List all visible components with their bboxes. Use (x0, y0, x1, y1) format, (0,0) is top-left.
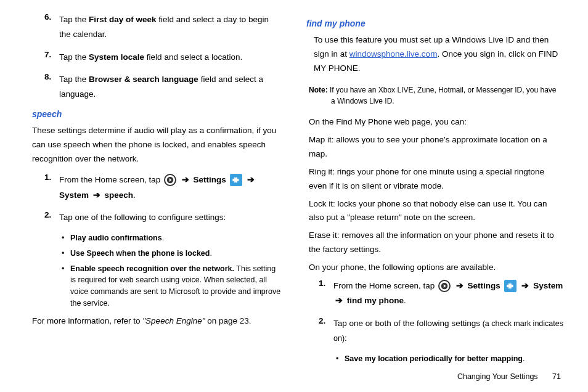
bullet-item: • Enable speech recognition over the net… (62, 263, 282, 309)
note-block: Note: If you have an Xbox LIVE, Zune, Ho… (306, 84, 563, 107)
step-number: 6. (44, 12, 59, 43)
bullet-body: Enable speech recognition over the netwo… (70, 263, 282, 309)
text: . (210, 249, 211, 258)
find-heading: find my phone (306, 18, 563, 28)
find-intro: To use this feature you must set up a Wi… (314, 33, 563, 76)
text: : (345, 333, 347, 343)
bold-text: Play audio confirmations (70, 234, 162, 242)
home-icon (164, 174, 176, 186)
bold-text: System (59, 190, 89, 200)
arrow-icon: ➔ (182, 173, 189, 187)
bullet-icon: • (62, 263, 70, 309)
reference: "Speech Engine" (142, 316, 205, 325)
bullet-body: Play audio confirmations. (70, 232, 164, 244)
step-8: 8. Tap the Browser & search language fie… (25, 72, 282, 102)
step-number: 2. (44, 210, 59, 225)
text: on page 23. (205, 316, 251, 325)
paragraph: On your phone, the following options are… (309, 261, 563, 275)
step-number: 7. (44, 50, 59, 65)
bold-text: find my phone (347, 296, 404, 305)
footer-title: Changing Your Settings (457, 372, 538, 381)
bold-text: Settings (194, 175, 226, 184)
arrow-icon: ➔ (335, 293, 343, 308)
bullet-item: • Save my location periodically for bett… (336, 353, 563, 365)
bold-text: Enable speech recognition over the netwo… (70, 264, 234, 273)
text: From the Home screen, tap (333, 281, 437, 290)
speech-intro: These settings determine if audio will p… (32, 124, 282, 166)
bullet-body: Use Speech when the phone is locked. (70, 248, 212, 259)
arrow-icon: ➔ (456, 279, 463, 293)
bullet-icon: • (62, 248, 70, 259)
note-text: If you have an Xbox LIVE, Zune, Hotmail,… (328, 86, 557, 105)
bold-text: speech (105, 190, 134, 200)
bullet-icon: • (336, 353, 345, 365)
bold-text: System locale (89, 52, 144, 62)
page-footer: Changing Your Settings 71 (306, 372, 563, 381)
text: Tap one or both of the following setting… (333, 319, 483, 328)
text: Tap the (59, 52, 89, 62)
step-number: 1. (44, 173, 59, 203)
paragraph: Map it: allows you to see your phone's a… (309, 133, 563, 161)
text: From the Home screen, tap (59, 175, 163, 184)
text: field and select a location. (144, 52, 242, 62)
left-column: 6. Tap the First day of week field and s… (25, 12, 282, 381)
step-number: 2. (319, 316, 333, 346)
bold-text: First day of week (89, 15, 157, 24)
text: . (523, 354, 525, 363)
step-body: From the Home screen, tap ➔ Settings ➔ S… (59, 173, 282, 203)
manual-page: 6. Tap the First day of week field and s… (25, 12, 563, 381)
bold-text: Use Speech when the phone is locked (70, 249, 210, 258)
speech-heading: speech (32, 109, 282, 119)
text: Tap the (59, 15, 89, 24)
page-number: 71 (552, 372, 561, 381)
arrow-icon: ➔ (521, 279, 529, 293)
bullet-icon: • (62, 232, 70, 244)
text: . (162, 234, 164, 242)
text: For more information, refer to (32, 316, 142, 325)
text: Tap the (59, 75, 89, 84)
bold-text: Save my location periodically for better… (345, 354, 523, 363)
bullet-body: Save my location periodically for better… (345, 353, 525, 365)
bold-text: System (533, 281, 563, 290)
step-body: Tap the Browser & search language field … (59, 72, 282, 102)
link[interactable]: windowsphone.live.com (349, 49, 438, 59)
right-column: find my phone To use this feature you mu… (306, 12, 563, 381)
note-label: Note: (309, 86, 328, 94)
paragraph: Ring it: rings your phone for one minute… (309, 165, 563, 194)
find-step-1: 1. From the Home screen, tap ➔ Settings … (306, 279, 563, 309)
step-body: Tap one of the following to configure se… (59, 210, 226, 225)
step-body: From the Home screen, tap ➔ Settings ➔ S… (333, 279, 563, 309)
arrow-icon: ➔ (247, 173, 255, 187)
speech-step-2: 2. Tap one of the following to configure… (25, 210, 282, 225)
step-number: 8. (44, 72, 59, 102)
gear-icon (504, 280, 517, 292)
step-body: Tap the System locale field and select a… (59, 50, 242, 65)
gear-icon (230, 174, 242, 186)
paragraph: Erase it: removes all the information on… (309, 229, 563, 257)
bold-text: Settings (468, 281, 500, 290)
find-step-2: 2. Tap one or both of the following sett… (306, 316, 563, 346)
step-7: 7. Tap the System locale field and selec… (25, 50, 282, 65)
step-body: Tap the First day of week field and sele… (59, 12, 282, 43)
speech-step-1: 1. From the Home screen, tap ➔ Settings … (25, 173, 282, 203)
step-body: Tap one or both of the following setting… (333, 316, 563, 346)
bullet-item: • Use Speech when the phone is locked. (62, 248, 282, 259)
step-6: 6. Tap the First day of week field and s… (25, 12, 282, 43)
home-icon (438, 280, 451, 292)
paragraph: On the Find My Phone web page, you can: (309, 115, 563, 129)
bullet-item: • Play audio confirmations. (62, 232, 282, 244)
step-number: 1. (319, 279, 333, 309)
paragraph: Lock it: locks your phone so that nobody… (309, 197, 563, 226)
bold-text: Browser & search language (89, 75, 198, 84)
more-info: For more information, refer to "Speech E… (32, 314, 282, 329)
arrow-icon: ➔ (93, 188, 100, 203)
